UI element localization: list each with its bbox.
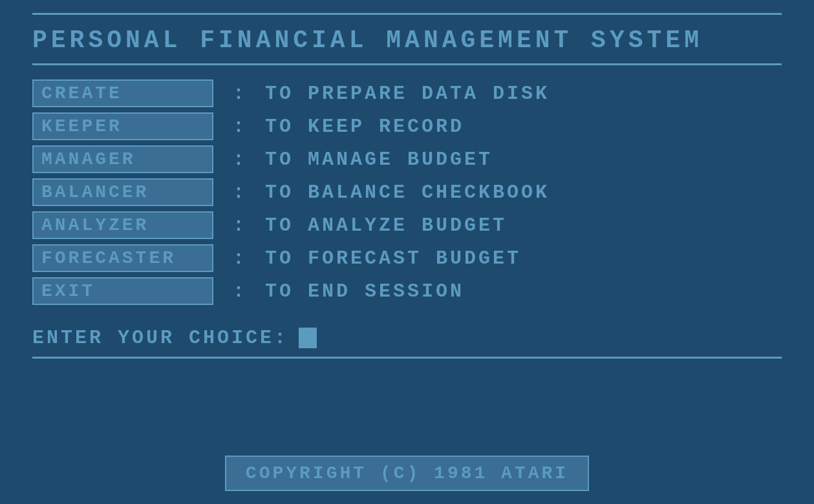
- menu-key-keeper[interactable]: KEEPER: [32, 112, 213, 140]
- menu-row[interactable]: BALANCER:TO BALANCE CHECKBOOK: [32, 178, 782, 206]
- menu-colon: :: [233, 116, 246, 138]
- menu-row[interactable]: KEEPER:TO KEEP RECORD: [32, 112, 782, 140]
- menu-colon: :: [233, 280, 246, 302]
- menu-key-manager[interactable]: MANAGER: [32, 145, 213, 173]
- menu-key-forecaster[interactable]: FORECASTER: [32, 244, 213, 272]
- menu-colon: :: [233, 247, 246, 269]
- copyright: COPYRIGHT (C) 1981 ATARI: [225, 456, 589, 491]
- menu-key-analyzer[interactable]: ANALYZER: [32, 211, 213, 239]
- menu-row[interactable]: CREATE:TO PREPARE DATA DISK: [32, 79, 782, 107]
- menu-desc: TO ANALYZE BUDGET: [265, 215, 507, 236]
- menu-desc: TO PREPARE DATA DISK: [265, 83, 550, 105]
- menu-row[interactable]: MANAGER:TO MANAGE BUDGET: [32, 145, 782, 173]
- menu-desc: TO BALANCE CHECKBOOK: [265, 182, 550, 204]
- menu-key-create[interactable]: CREATE: [32, 79, 213, 107]
- menu-section: CREATE:TO PREPARE DATA DISKKEEPER:TO KEE…: [32, 79, 782, 305]
- input-row: ENTER YOUR CHOICE:: [32, 327, 782, 349]
- menu-row[interactable]: ANALYZER:TO ANALYZE BUDGET: [32, 211, 782, 239]
- menu-colon: :: [233, 215, 246, 236]
- menu-desc: TO END SESSION: [265, 280, 464, 302]
- menu-desc: TO MANAGE BUDGET: [265, 149, 493, 171]
- page-title: PERSONAL FINANCIAL MANAGEMENT SYSTEM: [32, 26, 782, 54]
- menu-desc: TO KEEP RECORD: [265, 116, 464, 138]
- menu-key-balancer[interactable]: BALANCER: [32, 178, 213, 206]
- menu-key-exit[interactable]: EXIT: [32, 277, 213, 305]
- title-divider: [32, 63, 782, 65]
- menu-colon: :: [233, 149, 246, 171]
- bottom-section: COPYRIGHT (C) 1981 ATARI: [32, 436, 782, 491]
- menu-colon: :: [233, 182, 246, 204]
- menu-row[interactable]: FORECASTER:TO FORECAST BUDGET: [32, 244, 782, 272]
- screen: PERSONAL FINANCIAL MANAGEMENT SYSTEM CRE…: [0, 0, 814, 504]
- cursor[interactable]: [299, 328, 317, 348]
- menu-colon: :: [233, 83, 246, 105]
- bottom-border: [32, 357, 782, 359]
- input-label: ENTER YOUR CHOICE:: [32, 327, 288, 349]
- menu-desc: TO FORECAST BUDGET: [265, 247, 521, 269]
- top-border: [32, 13, 782, 15]
- menu-row[interactable]: EXIT:TO END SESSION: [32, 277, 782, 305]
